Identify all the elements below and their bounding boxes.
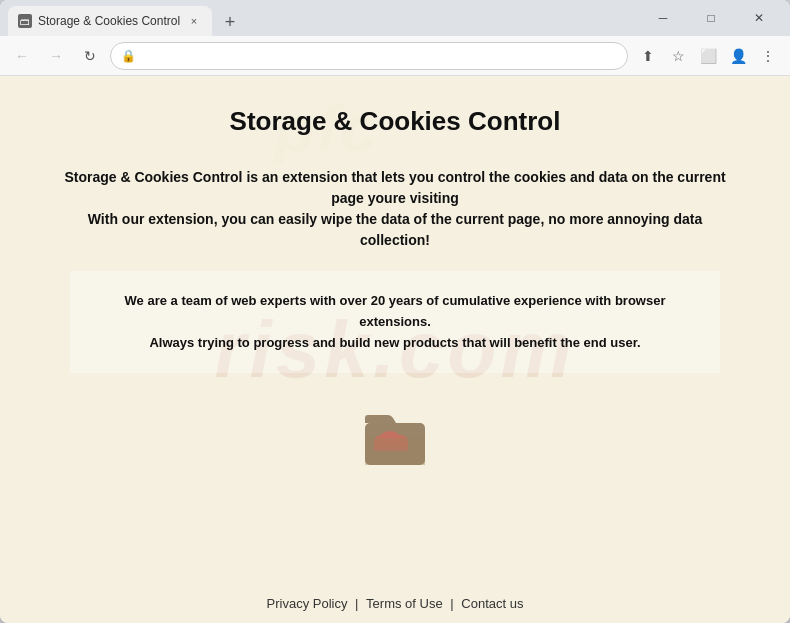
back-button[interactable]: ← [8, 42, 36, 70]
page-content: pfc risk.com Storage & Cookies Control S… [0, 76, 790, 623]
split-view-button[interactable]: ⬜ [694, 42, 722, 70]
footer-sep-1: | [351, 596, 362, 611]
cloud-folder-icon [360, 403, 430, 468]
nav-actions: ⬆ ☆ ⬜ 👤 ⋮ [634, 42, 782, 70]
reload-button[interactable]: ↻ [76, 42, 104, 70]
active-tab[interactable]: 🗃 Storage & Cookies Control × [8, 6, 212, 36]
profile-button[interactable]: 👤 [724, 42, 752, 70]
description-text: We are a team of web experts with over 2… [100, 291, 690, 353]
privacy-policy-link[interactable]: Privacy Policy [267, 596, 348, 611]
contact-us-link[interactable]: Contact us [461, 596, 523, 611]
tab-close-button[interactable]: × [186, 13, 202, 29]
description-box: We are a team of web experts with over 2… [70, 271, 720, 373]
main-content: Storage & Cookies Control Storage & Cook… [0, 76, 790, 623]
intro-line1: Storage & Cookies Control is an extensio… [64, 169, 725, 206]
folder-icon-wrap [360, 403, 430, 472]
nav-bar: ← → ↻ 🔒 ⬆ ☆ ⬜ 👤 ⋮ [0, 36, 790, 76]
window-controls: ─ □ ✕ [640, 0, 782, 36]
lock-icon: 🔒 [121, 49, 136, 63]
bookmark-button[interactable]: ☆ [664, 42, 692, 70]
minimize-button[interactable]: ─ [640, 0, 686, 36]
intro-text: Storage & Cookies Control is an extensio… [55, 167, 735, 251]
maximize-button[interactable]: □ [688, 0, 734, 36]
terms-of-use-link[interactable]: Terms of Use [366, 596, 443, 611]
close-button[interactable]: ✕ [736, 0, 782, 36]
menu-button[interactable]: ⋮ [754, 42, 782, 70]
svg-rect-6 [365, 438, 425, 465]
browser-window: 🗃 Storage & Cookies Control × + ─ □ ✕ ← … [0, 0, 790, 623]
footer-sep-2: | [447, 596, 458, 611]
page-title: Storage & Cookies Control [230, 106, 561, 137]
title-bar: 🗃 Storage & Cookies Control × + ─ □ ✕ [0, 0, 790, 36]
forward-button[interactable]: → [42, 42, 70, 70]
share-button[interactable]: ⬆ [634, 42, 662, 70]
tab-label: Storage & Cookies Control [38, 14, 180, 28]
tab-favicon: 🗃 [18, 14, 32, 28]
tab-area: 🗃 Storage & Cookies Control × + [8, 0, 636, 36]
intro-line2: With our extension, you can easily wipe … [88, 211, 702, 248]
new-tab-button[interactable]: + [216, 8, 244, 36]
address-bar[interactable]: 🔒 [110, 42, 628, 70]
footer: Privacy Policy | Terms of Use | Contact … [0, 596, 790, 611]
